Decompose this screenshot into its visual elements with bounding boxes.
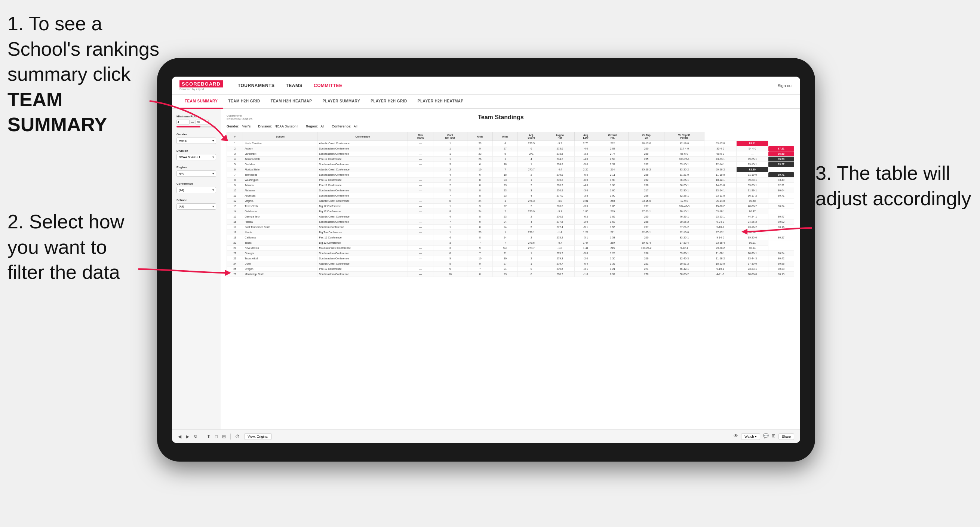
instruction-2-line1: 2. Select how [8, 209, 124, 235]
nav-committee[interactable]: COMMITTEE [314, 78, 342, 94]
sign-out-link[interactable]: Sign out [778, 83, 793, 88]
table-cell: 11 [227, 193, 243, 198]
division-control[interactable]: NCAA Division I ▾ [177, 154, 216, 160]
table-cell: 86-25-1 [664, 178, 704, 183]
table-cell: — [408, 167, 433, 172]
table-cell: Georgia [243, 251, 317, 256]
table-cell: Oregon [243, 267, 317, 272]
table-cell: 5 [517, 225, 545, 230]
table-cell: — [408, 172, 433, 178]
table-cell: 12-13-0 [664, 230, 704, 235]
filter-conference-value: All [354, 124, 358, 128]
toolbar-reload-icon[interactable]: ↻ [194, 434, 197, 439]
svg-marker-2 [741, 229, 748, 235]
filter-division-label: Division: [258, 124, 272, 128]
table-row: 24DukeAtlantic Coast Conference—59271279… [227, 261, 794, 267]
nav-teams[interactable]: TEAMS [286, 78, 303, 94]
table-cell: Southeastern Conference [317, 172, 408, 178]
table-cell: 23 [493, 188, 517, 193]
table-cell: 82.31 [768, 183, 794, 188]
table-cell: 265 [628, 157, 664, 162]
table-cell: 23 [468, 230, 493, 235]
table-cell: 68-6-0 [705, 151, 737, 157]
table-area: Update time: 27/03/2024 16:56:26 Team St… [221, 109, 800, 429]
table-cell: Atlantic Coast Conference [317, 198, 408, 204]
table-cell: — [408, 193, 433, 198]
table-row: 7TennesseeSoutheastern Conference—461822… [227, 172, 794, 178]
table-cell: 100-27-1 [664, 157, 704, 162]
table-cell: 11-19-0 [705, 172, 737, 178]
table-row: 6Florida StateAtlantic Coast Conference—… [227, 167, 794, 172]
table-cell: Atlantic Coast Conference [317, 214, 408, 219]
table-cell: Big 12 Conference [317, 204, 408, 209]
table-row: 12VirginiaAtlantic Coast Conference—8241… [227, 198, 794, 204]
table-cell: -5.1 [575, 225, 597, 230]
table-row: 25OregonPac-12 Conference—97210279.5-3.1… [227, 267, 794, 272]
table-cell: 59-41-4 [628, 240, 664, 246]
table-cell: 271 [517, 151, 545, 157]
tab-team-h2h-heatmap[interactable]: TEAM H2H HEATMAP [266, 95, 317, 109]
table-cell: 276.3 [545, 183, 575, 188]
table-cell: Southeastern Conference [317, 162, 408, 167]
col-school: School [243, 132, 317, 141]
table-cell: 109-24-2 [628, 246, 664, 251]
table-cell: 1 [433, 230, 467, 235]
tab-player-h2h-grid[interactable]: PLAYER H2H GRID [365, 95, 412, 109]
nav-tournaments[interactable]: TOURNAMENTS [238, 78, 275, 94]
table-cell: — [408, 198, 433, 204]
table-cell: 18 [227, 230, 243, 235]
school-control[interactable]: (All) ▾ [177, 203, 216, 210]
table-cell: 1.28 [575, 230, 597, 235]
toolbar-tabs-icon[interactable]: ⊞ [222, 434, 226, 439]
col-overall-rd: OverallRd. [597, 132, 628, 141]
table-cell: Pac-12 Conference [317, 183, 408, 188]
table-cell: 12-14-1 [705, 162, 737, 167]
table-cell: -5.8 [575, 251, 597, 256]
table-cell: 1 [493, 157, 517, 162]
table-cell: — [408, 146, 433, 151]
view-original-button[interactable]: View: Original [244, 433, 272, 440]
tab-team-h2h-grid[interactable]: TEAM H2H GRID [223, 95, 265, 109]
toolbar-share-icon[interactable]: ⬆ [207, 434, 210, 439]
toolbar-bookmark-icon[interactable]: □ [215, 434, 218, 439]
table-cell: 13 [227, 204, 243, 209]
table-cell: 80.98 [768, 261, 794, 267]
table-cell: 7 [433, 219, 467, 225]
table-cell: Atlantic Coast Conference [317, 141, 408, 146]
toolbar-forward-icon[interactable]: ▶ [186, 434, 189, 439]
watch-button[interactable]: Watch ▾ [741, 433, 760, 440]
table-cell: 277.4 [545, 225, 575, 230]
table-cell: -3.6 [575, 188, 597, 193]
table-cell: 24 [468, 209, 493, 214]
table-cell: 53-18-1 [705, 209, 737, 214]
nav-bar: SCOREBOARD Powered by clippd TOURNAMENTS… [172, 77, 800, 95]
conference-control[interactable]: (All) ▾ [177, 187, 216, 193]
toolbar-back-icon[interactable]: ◀ [178, 434, 181, 439]
table-cell: Oklahoma [243, 209, 317, 214]
share-button[interactable]: Share [778, 433, 794, 440]
col-rank: # [227, 132, 243, 141]
toolbar-clock-icon[interactable]: ⏱ [235, 434, 240, 439]
tab-player-summary[interactable]: PLAYER SUMMARY [317, 95, 365, 109]
table-cell: 262 [628, 178, 664, 183]
table-cell: 83.49 [768, 178, 794, 183]
region-label: Region [177, 165, 216, 169]
table-cell: -5.2 [545, 141, 575, 146]
region-control[interactable]: N/A ▾ [177, 170, 216, 177]
table-cell: 276.9 [545, 188, 575, 193]
table-cell: 83-15-0 [628, 198, 664, 204]
table-cell: 11-28-2 [705, 256, 737, 261]
table-cell: 6 [227, 167, 243, 172]
col-avg-par: Avg toPar [545, 132, 575, 141]
tab-player-h2h-heatmap[interactable]: PLAYER H2H HEATMAP [412, 95, 469, 109]
table-cell: 3 [433, 240, 467, 246]
table-cell: Arizona [243, 183, 317, 188]
table-cell: 30 [493, 256, 517, 261]
table-cell: 29-20-2 [705, 246, 737, 251]
conference-value: (All) [179, 188, 184, 192]
table-cell: 80.38 [768, 267, 794, 272]
table-cell: 17-33-4 [664, 240, 704, 246]
table-row: 16FloridaSoutheastern Conference—7924427… [227, 219, 794, 225]
table-cell: 6 [517, 146, 545, 151]
filter-gender: Gender: Men's [227, 124, 250, 128]
